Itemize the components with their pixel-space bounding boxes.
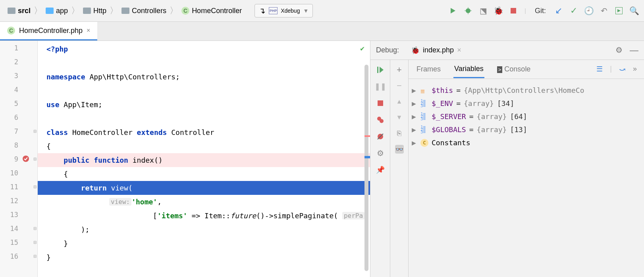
fold-icon[interactable]: ⊟ xyxy=(33,254,37,258)
breadcrumb-homecontroller[interactable]: CHomeController xyxy=(180,6,243,16)
line-number[interactable]: 14 xyxy=(2,225,18,233)
code-line[interactable]: ['items' => Item::future()->simplePagina… xyxy=(101,209,370,223)
expand-icon[interactable]: ▶ xyxy=(412,99,417,108)
git-history-icon[interactable]: 🕘 xyxy=(585,7,593,15)
var-server[interactable]: ▶ 1≡2≡3≡ $_SERVER = {array} [64] xyxy=(412,110,641,123)
coverage-icon[interactable]: ⬔ xyxy=(479,7,487,15)
code-line-breakpoint[interactable]: public function index() xyxy=(38,153,370,167)
git-commit-icon[interactable]: ✓ xyxy=(570,7,578,15)
code-line[interactable]: { xyxy=(46,167,370,181)
code-line[interactable]: } xyxy=(46,250,370,264)
expand-icon[interactable]: ▶ xyxy=(412,86,417,94)
line-number[interactable]: 4 xyxy=(2,86,18,94)
breadcrumb-controllers[interactable]: Controllers xyxy=(120,6,168,16)
breadcrumb-http[interactable]: Http xyxy=(81,6,108,16)
up-icon[interactable]: ▲ xyxy=(395,97,404,106)
tab-homecontroller[interactable]: C HomeController.php × xyxy=(0,22,97,40)
remove-icon[interactable]: − xyxy=(395,81,404,90)
line-number[interactable]: 5 xyxy=(2,100,18,108)
gutter[interactable]: 1 2 3 4 5 6 7 8 9 10 11 12 13 14 15 16 ⊟… xyxy=(0,41,38,277)
svg-point-7 xyxy=(23,156,29,162)
line-number[interactable]: 16 xyxy=(2,252,18,260)
resume-icon[interactable] xyxy=(376,65,385,74)
line-number[interactable]: 6 xyxy=(2,113,18,121)
var-globals[interactable]: ▶ 1≡2≡3≡ $GLOBALS = {array} [13] xyxy=(412,123,641,136)
add-icon[interactable]: + xyxy=(395,65,404,74)
code-line[interactable]: view: 'home', xyxy=(109,195,370,209)
line-number[interactable]: 9 xyxy=(2,155,18,163)
var-env[interactable]: ▶ 1≡2≡3≡ $_ENV = {array} [34] xyxy=(412,97,641,110)
code-area[interactable]: ✔ <?php namespace App\Http\Controllers; … xyxy=(38,41,370,277)
profile-icon[interactable]: 🐞 xyxy=(494,7,502,15)
line-number[interactable]: 12 xyxy=(2,197,18,205)
search-icon[interactable]: 🔍 xyxy=(630,7,638,15)
view-breakpoints-icon[interactable] xyxy=(376,115,385,124)
code-line[interactable]: namespace App\Http\Controllers; xyxy=(46,70,370,84)
line-number[interactable]: 2 xyxy=(2,58,18,66)
expand-icon[interactable]: ▶ xyxy=(412,112,417,121)
minimize-icon[interactable]: — xyxy=(630,45,638,56)
breadcrumb-srcl[interactable]: srcl xyxy=(6,6,32,16)
code-line[interactable]: { xyxy=(46,139,370,153)
tab-variables[interactable]: Variables xyxy=(453,61,484,78)
line-number[interactable]: 8 xyxy=(2,141,18,149)
run-icon[interactable] xyxy=(449,7,457,15)
breadcrumb-app[interactable]: app xyxy=(44,6,69,16)
breadcrumb[interactable]: srcl 〉 app 〉 Http 〉 Controllers 〉 CHomeC… xyxy=(6,5,243,17)
code-line[interactable]: class HomeController extends Controller xyxy=(46,125,370,139)
code-line[interactable]: <?php xyxy=(46,42,370,56)
var-constants[interactable]: ▶ C Constants xyxy=(412,136,641,149)
git-update-icon[interactable]: ↙ xyxy=(555,7,563,15)
expand-icon[interactable]: ▶ xyxy=(412,125,417,134)
expand-icon[interactable]: ▶ xyxy=(412,138,417,147)
run-config-selector[interactable]: ↴ PHP Xdebug ▼ xyxy=(255,4,313,17)
copy-icon[interactable]: ⎘ xyxy=(395,129,404,138)
code-line[interactable]: ); xyxy=(46,223,370,237)
tab-frames[interactable]: Frames xyxy=(416,61,442,77)
run-anything-icon[interactable] xyxy=(615,7,623,15)
fold-icon[interactable]: ⊟ xyxy=(33,157,37,161)
var-this[interactable]: ▶ ≡ $this = {App\Http\Controllers\HomeCo xyxy=(412,84,641,97)
line-number[interactable]: 11 xyxy=(2,183,18,191)
line-number[interactable]: 7 xyxy=(2,127,18,135)
code-line[interactable]: use App\Item; xyxy=(46,98,370,112)
git-rollback-icon[interactable]: ↶ xyxy=(600,7,608,15)
code-line[interactable]: } xyxy=(46,237,370,250)
fold-icon[interactable]: ⊟ xyxy=(33,129,37,133)
more-icon[interactable]: » xyxy=(633,65,637,74)
scrollbar-vertical[interactable] xyxy=(364,65,368,271)
watch-icon[interactable]: 👓 xyxy=(395,145,404,154)
step-over-icon[interactable]: ⤻ xyxy=(619,65,626,74)
php-icon: PHP xyxy=(269,7,278,14)
stop-icon[interactable] xyxy=(509,7,517,15)
stop-icon[interactable] xyxy=(376,99,385,108)
execution-marker[interactable] xyxy=(364,156,370,158)
fold-icon[interactable]: ⊟ xyxy=(33,240,37,244)
mute-breakpoints-icon[interactable] xyxy=(376,132,385,141)
array-icon: 1≡2≡3≡ xyxy=(420,113,428,120)
pause-icon[interactable]: ❚❚ xyxy=(376,82,385,91)
line-number[interactable]: 15 xyxy=(2,239,18,246)
gear-icon[interactable]: ⚙ xyxy=(615,45,623,56)
error-marker[interactable] xyxy=(364,135,370,137)
line-number[interactable]: 10 xyxy=(2,169,18,177)
line-number[interactable]: 3 xyxy=(2,72,18,80)
tab-console[interactable]: > Console xyxy=(496,61,532,77)
line-number[interactable]: 13 xyxy=(2,211,18,219)
svg-rect-8 xyxy=(377,67,378,73)
settings-icon[interactable]: ⚙ xyxy=(376,149,385,158)
breakpoint-icon[interactable] xyxy=(22,155,30,163)
debug-icon[interactable] xyxy=(464,7,472,15)
close-icon[interactable]: × xyxy=(457,46,461,54)
debug-session-tab[interactable]: 🐞 index.php × xyxy=(411,46,461,55)
down-icon[interactable]: ▼ xyxy=(395,113,404,122)
pin-icon[interactable]: 📌 xyxy=(376,165,385,174)
fold-icon[interactable]: ⊟ xyxy=(33,226,37,231)
variables-tree[interactable]: ▶ ≡ $this = {App\Http\Controllers\HomeCo… xyxy=(409,79,644,277)
code-line-execution[interactable]: return view( xyxy=(38,181,370,195)
line-number[interactable]: 1 xyxy=(2,44,18,52)
folder-icon xyxy=(83,8,91,14)
fold-icon[interactable]: ⊟ xyxy=(33,185,37,189)
layout-icon[interactable]: ☰ xyxy=(596,65,603,74)
close-icon[interactable]: × xyxy=(87,27,90,34)
